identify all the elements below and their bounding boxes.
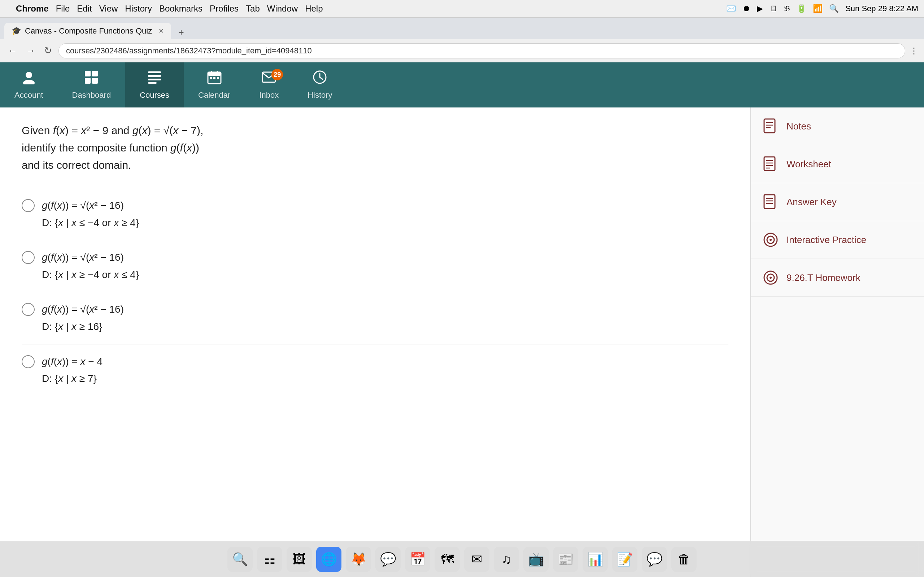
nav-inbox-label: Inbox	[259, 90, 279, 100]
dock-launchpad[interactable]: ⚏	[257, 547, 282, 572]
question-line2: identify the composite function g(f(x))	[22, 139, 729, 156]
sidebar-item-interactive-practice[interactable]: Interactive Practice	[751, 221, 924, 259]
radio-d[interactable]	[22, 355, 35, 368]
menubar-clock: Sun Sep 29 8:22 AM	[845, 4, 918, 13]
nav-inbox[interactable]: 29 Inbox	[245, 62, 293, 108]
notes-icon	[762, 118, 779, 135]
answer-option-b[interactable]: g(f(x)) = √(x² − 16) D: {x | x ≥ −4 or x…	[22, 240, 729, 292]
nav-calendar[interactable]: Calendar	[184, 62, 245, 108]
svg-rect-8	[148, 79, 161, 81]
dock-news[interactable]: 📰	[553, 547, 578, 572]
history-icon	[313, 70, 327, 88]
dock-whatsapp[interactable]: 💬	[642, 547, 667, 572]
dock-messages[interactable]: 💬	[375, 547, 401, 572]
dock-mail[interactable]: ✉	[464, 547, 489, 572]
sidebar-item-notes[interactable]: Notes	[751, 108, 924, 145]
tabbar: 🎓 Canvas - Composite Functions Quiz ✕ +	[0, 18, 924, 39]
dock-chrome[interactable]: 🌐	[316, 547, 341, 572]
answer-text-a: g(f(x)) = √(x² − 16) D: {x | x ≤ −4 or x…	[42, 197, 139, 231]
dock-appletv[interactable]: 📺	[523, 547, 549, 572]
dock-firefox[interactable]: 🦊	[346, 547, 371, 572]
answer-formula-c: g(f(x)) = √(x² − 16)	[42, 301, 124, 318]
menu-icon-wifi: 📶	[813, 4, 822, 13]
menubar: Chrome File Edit View History Bookmarks …	[0, 0, 924, 18]
sidebar-item-homework[interactable]: 9.26.T Homework	[751, 259, 924, 297]
answer-key-label: Answer Key	[787, 197, 837, 208]
answer-domain-c: D: {x | x ≥ 16}	[42, 318, 124, 335]
nav-dashboard[interactable]: Dashboard	[58, 62, 126, 108]
menu-icon-search[interactable]: 🔍	[829, 4, 839, 13]
answer-option-a[interactable]: g(f(x)) = √(x² − 16) D: {x | x ≤ −4 or x…	[22, 188, 729, 240]
back-button[interactable]: ←	[6, 43, 19, 58]
forward-button[interactable]: →	[24, 43, 37, 58]
svg-rect-9	[148, 82, 157, 84]
answer-domain-b: D: {x | x ≥ −4 or x ≤ 4}	[42, 266, 139, 284]
menubar-history[interactable]: History	[125, 3, 152, 14]
interactive-practice-label: Interactive Practice	[787, 234, 866, 246]
answer-option-c[interactable]: g(f(x)) = √(x² − 16) D: {x | x ≥ 16}	[22, 292, 729, 344]
nav-history[interactable]: History	[293, 62, 347, 108]
radio-a[interactable]	[22, 199, 35, 212]
dock-maps[interactable]: 🗺	[435, 547, 460, 572]
menubar-profiles[interactable]: Profiles	[210, 3, 239, 14]
answer-option-d[interactable]: g(f(x)) = x − 4 D: {x | x ≥ 7}	[22, 344, 729, 396]
tab-close-button[interactable]: ✕	[158, 27, 164, 35]
svg-rect-23	[764, 157, 775, 171]
account-icon	[22, 70, 36, 88]
dock-word[interactable]: 📝	[612, 547, 637, 572]
svg-rect-5	[92, 78, 98, 84]
svg-rect-11	[208, 72, 221, 76]
interactive-practice-icon	[762, 231, 779, 248]
dock-calendar[interactable]: 📅	[405, 547, 430, 572]
url-text: courses/2302486/assignments/18632473?mod…	[66, 46, 312, 56]
dock-powerpoint[interactable]: 📊	[583, 547, 608, 572]
notes-label: Notes	[787, 121, 811, 132]
menu-icon-record: ⏺	[743, 4, 750, 13]
menubar-edit[interactable]: Edit	[77, 3, 92, 14]
refresh-button[interactable]: ↻	[42, 43, 54, 58]
worksheet-icon	[762, 155, 779, 173]
menubar-chrome[interactable]: Chrome	[16, 3, 49, 14]
sidebar-item-worksheet[interactable]: Worksheet	[751, 145, 924, 183]
courses-icon	[147, 70, 162, 88]
menubar-bookmarks[interactable]: Bookmarks	[159, 3, 202, 14]
dock-photos[interactable]: 🖼	[287, 547, 312, 572]
menubar-file[interactable]: File	[56, 3, 70, 14]
answer-formula-a: g(f(x)) = √(x² − 16)	[42, 197, 139, 214]
svg-rect-15	[213, 77, 215, 79]
homework-icon	[762, 269, 779, 286]
svg-point-1	[23, 80, 35, 84]
sidebar: Notes Worksheet Answer Key	[751, 108, 924, 577]
new-tab-button[interactable]: +	[174, 25, 188, 39]
answer-key-icon	[762, 193, 779, 211]
dock: 🔍 ⚏ 🖼 🌐 🦊 💬 📅 🗺 ✉ ♫ 📺 📰 📊 📝 💬 🗑	[0, 541, 924, 577]
nav-courses[interactable]: Courses	[125, 62, 184, 108]
question-text: Given f(x) = x² − 9 and g(x) = √(x − 7),…	[22, 122, 729, 174]
question-line1: Given f(x) = x² − 9 and g(x) = √(x − 7),	[22, 122, 729, 139]
worksheet-label: Worksheet	[787, 159, 831, 170]
active-tab[interactable]: 🎓 Canvas - Composite Functions Quiz ✕	[4, 23, 171, 39]
menubar-help[interactable]: Help	[305, 3, 323, 14]
menu-icon-bluetooth: 𝔅	[784, 4, 790, 13]
nav-account[interactable]: Account	[0, 62, 58, 108]
inbox-badge: 29	[271, 69, 283, 81]
dock-trash[interactable]: 🗑	[671, 547, 696, 572]
dock-music[interactable]: ♫	[494, 547, 519, 572]
menubar-right: ✉️ ⏺ ▶ 🖥 𝔅 🔋 📶 🔍 Sun Sep 29 8:22 AM	[726, 4, 918, 13]
url-bar[interactable]: courses/2302486/assignments/18632473?mod…	[58, 43, 905, 58]
menubar-view[interactable]: View	[99, 3, 118, 14]
radio-b[interactable]	[22, 251, 35, 264]
menu-icon-battery: 🔋	[796, 4, 806, 13]
sidebar-item-answer-key[interactable]: Answer Key	[751, 183, 924, 221]
answer-text-b: g(f(x)) = √(x² − 16) D: {x | x ≥ −4 or x…	[42, 249, 139, 283]
extensions-button[interactable]: ⋮	[909, 46, 918, 56]
menubar-window[interactable]: Window	[267, 3, 298, 14]
dock-finder[interactable]: 🔍	[228, 547, 253, 572]
canvas-navbar: Account Dashboard Courses	[0, 62, 924, 108]
answer-domain-a: D: {x | x ≤ −4 or x ≥ 4}	[42, 214, 139, 232]
radio-c[interactable]	[22, 303, 35, 316]
svg-rect-28	[764, 195, 775, 208]
svg-rect-3	[92, 71, 98, 76]
nav-history-label: History	[307, 90, 332, 100]
menubar-tab[interactable]: Tab	[246, 3, 260, 14]
